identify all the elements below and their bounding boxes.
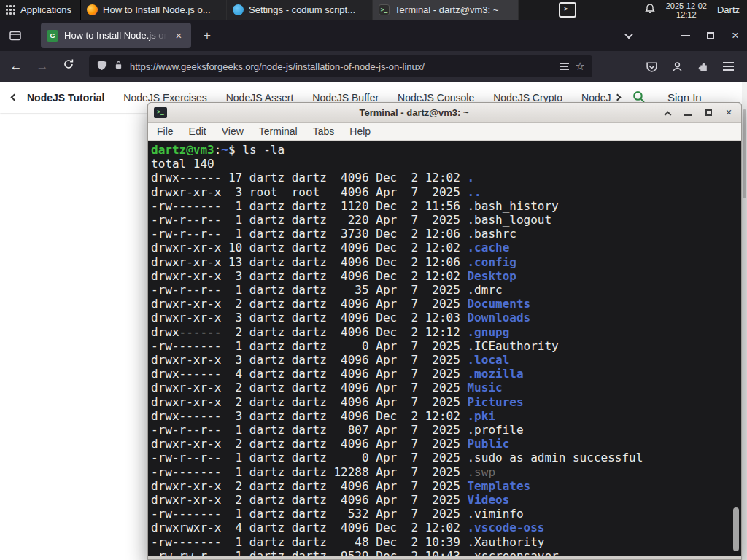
nav-scroll-right-icon[interactable]	[614, 94, 622, 101]
directory-name: Public	[467, 437, 509, 451]
terminal-output-line: drwx------ 3 dartz dartz 4096 Dec 2 12:0…	[151, 409, 741, 423]
file-name: .dmrc	[467, 283, 502, 297]
taskbar-window-button[interactable]: How to Install Node.js o...	[81, 0, 227, 20]
terminal-menubar: FileEditViewTerminalTabsHelp	[148, 122, 741, 141]
site-nav-link[interactable]: NodeJS Tutorial	[27, 92, 104, 104]
terminal-shade-button[interactable]	[661, 106, 674, 119]
terminal-output-line: drwxr-xr-x 2 dartz dartz 4096 Apr 7 2025…	[151, 479, 741, 493]
taskbar-window-title: Settings - codium script...	[249, 4, 366, 15]
terminal-output-line: -rw-r--r-- 1 dartz dartz 220 Apr 7 2025 …	[151, 213, 741, 227]
account-icon[interactable]	[670, 59, 684, 74]
terminal-output-line: drwxr-xr-x 3 dartz dartz 4096 Dec 2 12:0…	[151, 269, 741, 283]
directory-name: Downloads	[467, 311, 530, 324]
reader-mode-icon[interactable]	[560, 63, 569, 70]
site-favicon: G	[47, 30, 58, 42]
file-name: .bashrc	[467, 227, 516, 241]
directory-name: .pki	[467, 409, 495, 423]
terminal-prompt-line: dartz@vm3:~$ ls -la	[151, 143, 741, 157]
bookmark-star-icon[interactable]: ☆	[576, 60, 585, 73]
taskbar-status-area: 2025-12-02 12:12 Dartz	[644, 0, 747, 20]
lock-icon[interactable]	[114, 60, 123, 73]
terminal-output-line: drwxr-xr-x 13 dartz dartz 4096 Dec 2 12:…	[151, 255, 741, 269]
pocket-icon[interactable]	[644, 59, 659, 74]
terminal-output-line: drwxr-xr-x 3 dartz dartz 4096 Apr 7 2025…	[151, 353, 741, 367]
terminal-menu-edit[interactable]: Edit	[189, 125, 206, 137]
terminal-titlebar[interactable]: >_ Terminal - dartz@vm3: ~ ×	[148, 103, 741, 122]
taskbar-window-button[interactable]: Settings - codium script...	[227, 0, 373, 20]
clock-date: 2025-12-02	[666, 1, 707, 10]
nav-scroll-left-icon[interactable]	[11, 94, 18, 101]
terminal-menu-tabs[interactable]: Tabs	[313, 125, 335, 137]
directory-name: .config	[467, 255, 516, 269]
terminal-output-line: -rw-r--r-- 1 dartz dartz 35 Apr 7 2025 .…	[151, 283, 741, 297]
taskbar-window-title: Terminal - dartz@vm3: ~	[395, 4, 512, 15]
terminal-title: Terminal - dartz@vm3: ~	[173, 107, 655, 118]
notifications-bell-icon[interactable]	[644, 3, 656, 18]
terminal-close-button[interactable]: ×	[722, 106, 735, 119]
terminal-menu-terminal[interactable]: Terminal	[259, 125, 298, 137]
applications-grid-icon	[6, 5, 15, 15]
file-name: .viminfo	[467, 507, 523, 521]
directory-name: ..	[467, 185, 481, 199]
clock[interactable]: 2025-12-02 12:12	[666, 1, 707, 19]
tab-title: How to Install Node.js on	[64, 30, 166, 41]
terminal-app-icon: >_	[154, 107, 167, 118]
terminal-output-line: -rw-r--r-- 1 dartz dartz 0 Apr 7 2025 .s…	[151, 451, 741, 464]
toolbar-right-icons	[644, 59, 735, 74]
window-minimize-button[interactable]	[678, 20, 693, 51]
terminal-window-controls: ×	[661, 106, 735, 119]
applications-menu-button[interactable]: Applications	[0, 0, 81, 20]
reload-button[interactable]	[58, 56, 79, 77]
tab-close-icon[interactable]: ×	[172, 29, 185, 42]
terminal-menu-file[interactable]: File	[157, 125, 174, 137]
new-tab-button[interactable]: +	[198, 27, 216, 44]
directory-name: Pictures	[467, 395, 523, 409]
terminal-total-line: total 140	[151, 157, 741, 171]
terminal-output-line: -rw------- 1 dartz dartz 48 Dec 2 10:39 …	[151, 535, 741, 549]
terminal-scrollbar-thumb[interactable]	[733, 508, 739, 551]
firefox-view-icon[interactable]	[7, 27, 24, 44]
terminal-output-line: -rw------- 1 dartz dartz 12288 Apr 7 202…	[151, 465, 741, 479]
terminal-output-line: drwxr-xr-x 2 dartz dartz 4096 Apr 7 2025…	[151, 437, 741, 451]
terminal-maximize-button[interactable]	[702, 106, 715, 119]
prompt-path: ~	[221, 143, 228, 157]
back-button[interactable]: ←	[6, 56, 26, 77]
terminal-scrollbar[interactable]	[732, 141, 740, 556]
terminal-output-line: drwxr-xr-x 3 dartz dartz 4096 Dec 2 12:0…	[151, 311, 741, 324]
url-bar[interactable]: https://www.geeksforgeeks.org/node-js/in…	[89, 55, 592, 77]
terminal-menu-view[interactable]: View	[222, 125, 244, 137]
system-tray: >_	[559, 0, 576, 20]
directory-name: Desktop	[467, 269, 516, 283]
menu-hamburger-icon[interactable]	[721, 59, 735, 74]
terminal-output-line: drwxr-xr-x 2 dartz dartz 4096 Apr 7 2025…	[151, 297, 741, 311]
taskbar: Applications How to Install Node.js o...…	[0, 0, 747, 20]
file-name: .profile	[467, 423, 523, 437]
browser-tab[interactable]: G How to Install Node.js on ×	[41, 23, 191, 48]
window-maximize-button[interactable]	[703, 20, 718, 51]
file-name: .bash_history	[467, 199, 558, 213]
terminal-output-line: drwx------ 4 dartz dartz 4096 Apr 7 2025…	[151, 367, 741, 381]
terminal-content[interactable]: dartz@vm3:~$ ls -la total 140 drwx------…	[148, 141, 741, 556]
page-scrollbar-thumb[interactable]	[743, 109, 746, 198]
taskbar-window-title: How to Install Node.js o...	[103, 4, 220, 15]
taskbar-window-button[interactable]: >_Terminal - dartz@vm3: ~	[373, 0, 519, 20]
terminal-minimize-button[interactable]	[681, 106, 694, 119]
tray-terminal-icon[interactable]: >_	[559, 2, 576, 18]
window-close-button[interactable]: ×	[728, 20, 743, 51]
terminal-menu-help[interactable]: Help	[349, 125, 371, 137]
url-text[interactable]: https://www.geeksforgeeks.org/node-js/in…	[130, 61, 554, 72]
list-all-tabs-icon[interactable]	[622, 20, 636, 51]
terminal-resize-edge[interactable]	[148, 556, 741, 559]
extensions-puzzle-icon[interactable]	[695, 59, 710, 74]
page-scrollbar[interactable]	[742, 82, 747, 560]
terminal-window: >_ Terminal - dartz@vm3: ~ × FileEditVie…	[147, 102, 742, 560]
terminal-output-line: -rw------- 1 dartz dartz 1120 Dec 2 11:5…	[151, 199, 741, 213]
tracking-shield-icon[interactable]	[96, 60, 107, 74]
applications-label: Applications	[20, 4, 71, 15]
terminal-output-line: drwxr-xr-x 3 root root 4096 Apr 7 2025 .…	[151, 185, 741, 199]
directory-name: Documents	[467, 297, 530, 311]
terminal-output-line: -rw-rw-r-- 1 dartz dartz 9529 Dec 2 10:4…	[151, 549, 741, 556]
browser-toolbar: ← → https://www.geeksforgeeks.org/node-j…	[0, 51, 747, 82]
directory-name: .	[467, 171, 474, 184]
terminal-output-line: drwx------ 2 dartz dartz 4096 Dec 2 12:1…	[151, 325, 741, 339]
